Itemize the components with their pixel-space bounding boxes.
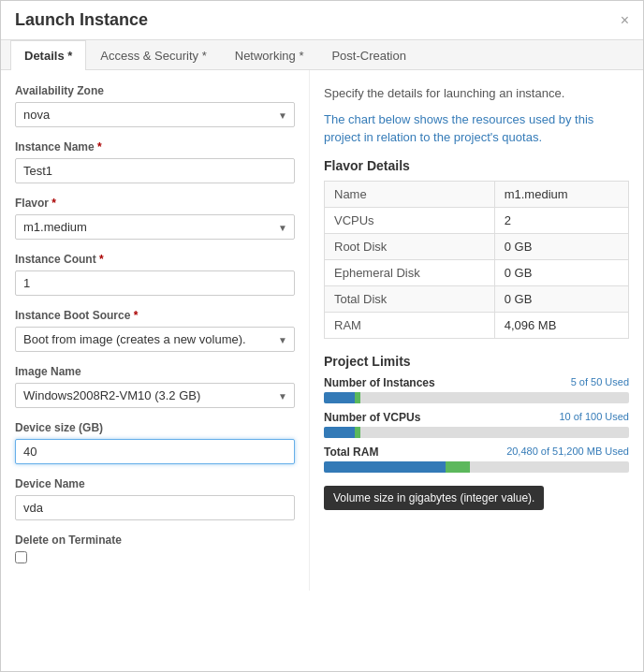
boot-source-group: Instance Boot Source * Boot from image (… — [15, 309, 295, 352]
table-row: Name m1.medium — [325, 181, 629, 207]
limit-vcpus-label: Number of VCPUs — [324, 411, 420, 424]
limit-ram-used-bar — [324, 461, 446, 473]
limit-vcpus-value: 10 of 100 Used — [559, 411, 629, 424]
boot-source-select[interactable]: Boot from image (creates a new volume). — [15, 327, 295, 352]
content-area: Availability Zone nova Instance Name * F… — [1, 70, 643, 591]
flavor-required: * — [51, 197, 56, 210]
limit-instances-new-bar — [355, 392, 361, 403]
availability-zone-select[interactable]: nova — [15, 102, 295, 127]
launch-instance-dialog: Launch Instance × Details * Access & Sec… — [0, 0, 644, 672]
tabs-bar: Details * Access & Security * Networking… — [1, 40, 643, 70]
instance-name-required: * — [97, 140, 102, 153]
boot-source-required: * — [134, 309, 139, 322]
flavor-vcpus-label: VCPUs — [325, 207, 495, 233]
flavor-total-disk-value: 0 GB — [494, 285, 628, 312]
flavor-wrapper: m1.medium — [15, 214, 295, 240]
limit-instances: Number of Instances 5 of 50 Used — [324, 376, 629, 403]
close-button[interactable]: × — [621, 12, 629, 29]
flavor-name-value: m1.medium — [494, 181, 628, 207]
dialog-header: Launch Instance × — [1, 1, 643, 40]
table-row: Root Disk 0 GB — [325, 233, 629, 259]
device-name-label: Device Name — [15, 477, 295, 490]
flavor-details-table: Name m1.medium VCPUs 2 Root Disk 0 GB Ep… — [324, 181, 629, 339]
limit-ram-header: Total RAM 20,480 of 51,200 MB Used — [324, 446, 629, 459]
flavor-group: Flavor * m1.medium — [15, 197, 295, 240]
device-name-input[interactable] — [15, 495, 295, 520]
delete-on-terminate-checkbox-group — [15, 551, 295, 563]
instance-name-label: Instance Name * — [15, 140, 295, 153]
limit-instances-value: 5 of 50 Used — [571, 376, 629, 389]
boot-source-wrapper: Boot from image (creates a new volume). — [15, 327, 295, 352]
flavor-root-disk-label: Root Disk — [325, 233, 495, 259]
limit-instances-label: Number of Instances — [324, 376, 435, 389]
limit-ram-label: Total RAM — [324, 446, 378, 459]
limit-vcpus-header: Number of VCPUs 10 of 100 Used — [324, 411, 629, 424]
availability-zone-label: Availability Zone — [15, 84, 295, 97]
limit-ram-value: 20,480 of 51,200 MB Used — [506, 446, 629, 459]
boot-source-label: Instance Boot Source * — [15, 309, 295, 322]
tab-details[interactable]: Details * — [10, 40, 86, 70]
flavor-ram-value: 4,096 MB — [494, 312, 628, 338]
table-row: RAM 4,096 MB — [325, 312, 629, 338]
limit-instances-used-bar — [324, 392, 355, 403]
image-name-wrapper: Windows2008R2-VM10 (3.2 GB) — [15, 383, 295, 408]
limit-ram-new-bar — [446, 461, 470, 473]
delete-on-terminate-label: Delete on Terminate — [15, 533, 295, 547]
device-size-label: Device size (GB) — [15, 421, 295, 434]
table-row: Total Disk 0 GB — [325, 285, 629, 312]
dialog-title: Launch Instance — [15, 10, 148, 30]
availability-zone-wrapper: nova — [15, 102, 295, 127]
flavor-vcpus-value: 2 — [494, 207, 628, 233]
instance-count-input[interactable] — [15, 270, 295, 296]
flavor-root-disk-value: 0 GB — [494, 233, 628, 259]
image-name-select[interactable]: Windows2008R2-VM10 (3.2 GB) — [15, 383, 295, 408]
tab-networking[interactable]: Networking * — [221, 40, 318, 70]
delete-on-terminate-group: Delete on Terminate — [15, 533, 295, 563]
flavor-details-title: Flavor Details — [324, 158, 629, 173]
device-size-tooltip: Volume size in gigabytes (integer value)… — [324, 486, 544, 510]
instance-count-group: Instance Count * — [15, 253, 295, 296]
tab-access-security[interactable]: Access & Security * — [86, 40, 220, 70]
flavor-ram-label: RAM — [325, 312, 495, 338]
table-row: VCPUs 2 — [325, 207, 629, 233]
flavor-name-label: Name — [325, 181, 495, 207]
flavor-total-disk-label: Total Disk — [325, 285, 495, 312]
limit-ram: Total RAM 20,480 of 51,200 MB Used — [324, 446, 629, 473]
availability-zone-group: Availability Zone nova — [15, 84, 295, 127]
delete-on-terminate-checkbox[interactable] — [15, 551, 27, 563]
instance-count-label: Instance Count * — [15, 253, 295, 266]
right-panel: Specify the details for launching an ins… — [310, 70, 643, 591]
limit-vcpus-new-bar — [355, 427, 361, 438]
limit-instances-header: Number of Instances 5 of 50 Used — [324, 376, 629, 389]
image-name-label: Image Name — [15, 365, 295, 378]
limit-vcpus-bar — [324, 427, 629, 438]
device-name-group: Device Name — [15, 477, 295, 520]
instance-name-group: Instance Name * — [15, 140, 295, 183]
flavor-ephemeral-disk-value: 0 GB — [494, 259, 628, 285]
intro-text: Specify the details for launching an ins… — [324, 84, 629, 103]
table-row: Ephemeral Disk 0 GB — [325, 259, 629, 285]
limit-ram-bar — [324, 461, 629, 473]
instance-count-required: * — [99, 253, 104, 266]
quota-text: The chart below shows the resources used… — [324, 110, 629, 147]
limit-vcpus-used-bar — [324, 427, 355, 438]
limit-vcpus: Number of VCPUs 10 of 100 Used — [324, 411, 629, 438]
tab-post-creation[interactable]: Post-Creation — [317, 40, 419, 70]
left-panel: Availability Zone nova Instance Name * F… — [1, 70, 310, 591]
device-size-input[interactable] — [15, 439, 295, 464]
flavor-label: Flavor * — [15, 197, 295, 210]
instance-name-input[interactable] — [15, 158, 295, 183]
flavor-select[interactable]: m1.medium — [15, 214, 295, 240]
device-size-group: Device size (GB) — [15, 421, 295, 464]
flavor-ephemeral-disk-label: Ephemeral Disk — [325, 259, 495, 285]
limit-instances-bar — [324, 392, 629, 403]
project-limits-title: Project Limits — [324, 354, 629, 369]
image-name-group: Image Name Windows2008R2-VM10 (3.2 GB) — [15, 365, 295, 408]
